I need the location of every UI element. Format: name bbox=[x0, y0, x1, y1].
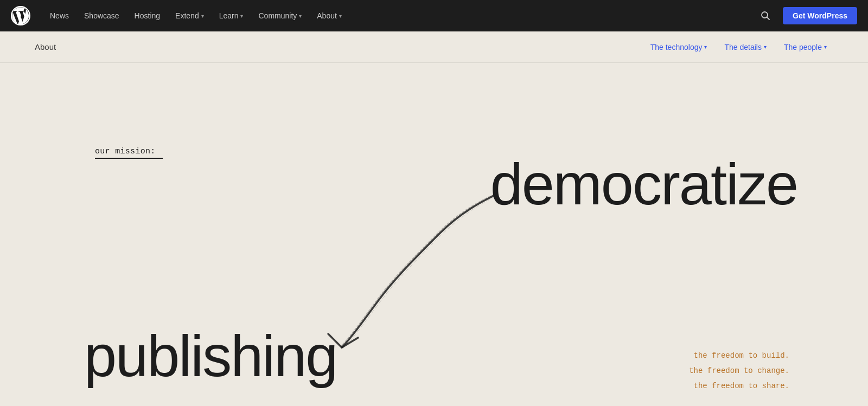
hero-section: our mission: democratize publishing the … bbox=[0, 63, 868, 406]
freedoms-text: the freedom to build. the freedom to cha… bbox=[689, 348, 789, 394]
nav-links: News Showcase Hosting Extend ▾ Learn ▾ C… bbox=[43, 8, 757, 23]
nav-item-hosting[interactable]: Hosting bbox=[128, 8, 167, 23]
technology-chevron-icon: ▾ bbox=[704, 44, 707, 50]
publishing-heading: publishing bbox=[84, 327, 337, 385]
sub-nav-details[interactable]: The details ▾ bbox=[718, 40, 773, 55]
learn-chevron-icon: ▾ bbox=[240, 13, 243, 19]
nav-item-showcase[interactable]: Showcase bbox=[78, 8, 126, 23]
svg-line-2 bbox=[767, 17, 770, 20]
community-chevron-icon: ▾ bbox=[299, 13, 302, 19]
about-chevron-icon: ▾ bbox=[339, 13, 342, 19]
sub-nav-people[interactable]: The people ▾ bbox=[777, 40, 833, 55]
sub-nav-about-label: About bbox=[35, 42, 56, 51]
nav-item-news[interactable]: News bbox=[43, 8, 75, 23]
extend-chevron-icon: ▾ bbox=[201, 13, 204, 19]
top-navigation: News Showcase Hosting Extend ▾ Learn ▾ C… bbox=[0, 0, 868, 31]
sub-nav-technology[interactable]: The technology ▾ bbox=[644, 40, 714, 55]
nav-item-about[interactable]: About ▾ bbox=[310, 8, 348, 23]
freedom-2: the freedom to change. bbox=[689, 363, 789, 378]
democratize-heading: democratize bbox=[490, 155, 797, 214]
mission-underline bbox=[95, 158, 163, 159]
nav-item-learn[interactable]: Learn ▾ bbox=[213, 8, 250, 23]
freedom-1: the freedom to build. bbox=[689, 348, 789, 363]
details-chevron-icon: ▾ bbox=[764, 44, 767, 50]
search-button[interactable] bbox=[757, 7, 774, 24]
sub-nav-right: The technology ▾ The details ▾ The peopl… bbox=[644, 40, 833, 55]
nav-item-community[interactable]: Community ▾ bbox=[252, 8, 308, 23]
wordpress-logo[interactable] bbox=[11, 6, 30, 25]
nav-right: Get WordPress bbox=[757, 7, 857, 24]
get-wordpress-button[interactable]: Get WordPress bbox=[783, 7, 857, 24]
sub-navigation: About The technology ▾ The details ▾ The… bbox=[0, 31, 868, 63]
freedom-3: the freedom to share. bbox=[689, 378, 789, 394]
nav-item-extend[interactable]: Extend ▾ bbox=[169, 8, 210, 23]
mission-label: our mission: bbox=[95, 147, 163, 159]
people-chevron-icon: ▾ bbox=[824, 44, 827, 50]
